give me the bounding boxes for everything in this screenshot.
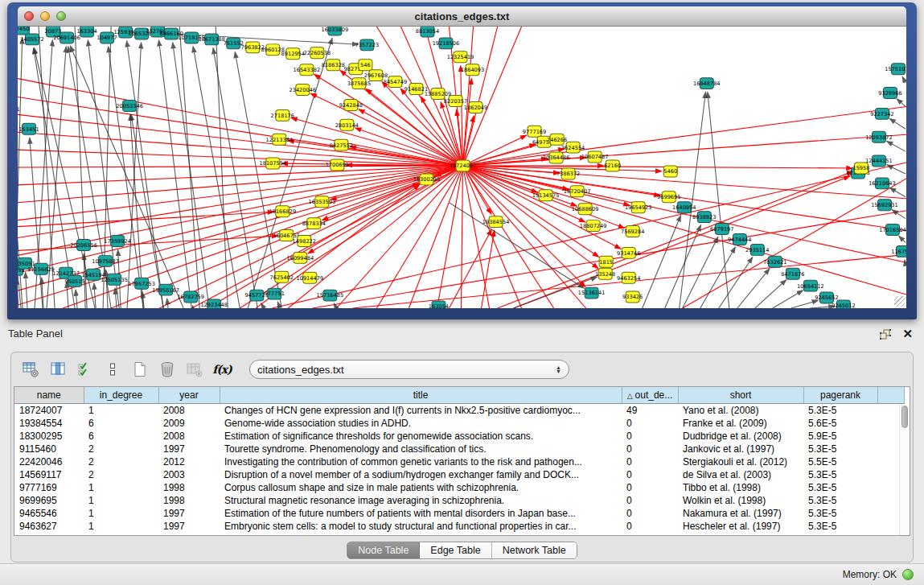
network-edge[interactable]: [461, 166, 462, 308]
column-header-in_degree[interactable]: in_degree: [84, 387, 158, 403]
column-header-out_degree[interactable]: △out_de...: [622, 387, 678, 403]
network-node[interactable]: 15692931: [871, 200, 898, 211]
network-node[interactable]: 23420046: [290, 84, 317, 96]
network-edge[interactable]: [887, 141, 906, 151]
table-cell[interactable]: Estimation of the future numbers of pati…: [220, 507, 622, 520]
network-node[interactable]: 163054: [429, 301, 449, 308]
column-header-pagerank[interactable]: pagerank: [803, 387, 877, 403]
network-edge[interactable]: [18, 166, 463, 237]
network-node[interactable]: 9463254: [617, 272, 640, 283]
table-cell[interactable]: 5.6E-5: [803, 417, 877, 430]
network-edge[interactable]: [463, 79, 472, 166]
network-edge[interactable]: [216, 27, 228, 308]
table-cell[interactable]: Estimation of significance thresholds fo…: [220, 430, 622, 443]
network-edge[interactable]: [755, 280, 786, 308]
function-builder-icon[interactable]: f(x): [211, 358, 233, 381]
table-cell[interactable]: 9777169: [14, 481, 84, 494]
table-row[interactable]: 977716911998Corpus callosum shape and si…: [14, 481, 904, 494]
network-node[interactable]: 1864093: [461, 64, 484, 76]
table-cell[interactable]: 0: [622, 507, 678, 520]
network-node[interactable]: 8938923: [692, 212, 716, 223]
network-edge[interactable]: [235, 52, 281, 308]
network-node[interactable]: 16033809: [322, 27, 349, 35]
network-edge[interactable]: [905, 260, 906, 265]
network-node[interactable]: 10914479: [297, 272, 324, 283]
delete-table-icon[interactable]: [156, 358, 179, 381]
table-cell[interactable]: 49: [622, 403, 678, 417]
table-cell[interactable]: 1: [84, 403, 158, 417]
network-node[interactable]: 2450: [18, 27, 30, 35]
network-edge[interactable]: [719, 257, 753, 308]
network-node[interactable]: 9474444: [728, 234, 751, 245]
network-canvas[interactable]: 2450208731405572206914061633041049771259…: [18, 27, 906, 308]
network-node[interactable]: 10654112: [797, 280, 824, 291]
network-edge[interactable]: [680, 92, 706, 308]
network-edge[interactable]: [261, 303, 265, 308]
network-node[interactable]: 546: [359, 60, 372, 71]
network-edge[interactable]: [127, 41, 164, 308]
network-node[interactable]: 16782759: [177, 291, 204, 303]
table-cell[interactable]: 5.3E-5: [803, 507, 877, 520]
network-node[interactable]: 15958: [852, 163, 869, 174]
table-cell[interactable]: Investigating the contribution of common…: [220, 455, 622, 468]
new-document-icon[interactable]: [129, 358, 151, 381]
table-cell[interactable]: 2: [84, 455, 158, 468]
network-node[interactable]: 15751074: [885, 64, 906, 75]
network-node[interactable]: 16543382: [294, 64, 321, 76]
table-cell[interactable]: 1: [84, 481, 158, 494]
network-edge[interactable]: [109, 47, 144, 308]
table-cell[interactable]: 5.9E-5: [803, 430, 877, 443]
table-cell[interactable]: 22420046: [14, 455, 84, 468]
float-panel-icon[interactable]: [879, 328, 892, 341]
table-cell[interactable]: 18724007: [14, 403, 84, 417]
table-cell[interactable]: 5.3E-5: [803, 520, 877, 533]
network-edge[interactable]: [167, 299, 169, 308]
scrollbar-thumb[interactable]: [901, 406, 908, 428]
table-cell[interactable]: 18300295: [14, 430, 84, 443]
table-cell[interactable]: 1998: [158, 481, 220, 494]
table-cell[interactable]: 5.3E-5: [803, 403, 877, 417]
table-row[interactable]: 969969511998Structural magnetic resonanc…: [14, 494, 904, 507]
table-cell[interactable]: 2009: [158, 417, 220, 430]
table-cell[interactable]: Genome-wide association studies in ADHD.: [220, 417, 622, 430]
network-edge[interactable]: [773, 290, 803, 308]
column-header-title[interactable]: title: [220, 387, 622, 403]
network-node[interactable]: 1167534: [891, 245, 906, 257]
table-cell[interactable]: 19384554: [14, 417, 84, 430]
network-node[interactable]: 10607487: [581, 151, 609, 163]
network-node[interactable]: 3875685: [347, 78, 371, 89]
table-cell[interactable]: 1998: [158, 494, 220, 507]
network-edge[interactable]: [355, 128, 463, 166]
network-node[interactable]: 12325419: [447, 51, 474, 63]
table-cell[interactable]: Structural magnetic resonance image aver…: [220, 494, 622, 507]
network-node[interactable]: 1815: [599, 256, 613, 267]
network-node[interactable]: 9227342: [870, 108, 893, 119]
network-node[interactable]: 3624554: [561, 142, 585, 153]
network-node[interactable]: 7625402: [270, 271, 294, 282]
show-columns-icon[interactable]: [47, 358, 69, 381]
column-header-year[interactable]: year: [158, 387, 220, 403]
table-cell[interactable]: 0: [622, 455, 678, 468]
network-node[interactable]: 9699695: [657, 192, 680, 203]
network-node[interactable]: 12093872: [865, 131, 893, 142]
column-header-short[interactable]: short: [678, 387, 803, 403]
table-cell[interactable]: 0: [622, 430, 678, 443]
resize-grip-icon[interactable]: [894, 296, 905, 307]
network-edge[interactable]: [248, 38, 332, 308]
table-cell[interactable]: 1997: [158, 443, 220, 455]
network-node[interactable]: 950515: [64, 275, 84, 286]
network-node[interactable]: 20053346: [116, 100, 143, 111]
network-node[interactable]: 8471876: [781, 268, 804, 279]
table-cell[interactable]: 9115460: [14, 443, 84, 455]
network-edge[interactable]: [887, 165, 906, 174]
column-header-name[interactable]: name: [14, 387, 84, 403]
table-cell[interactable]: 9463627: [14, 520, 84, 533]
network-edge[interactable]: [902, 76, 906, 82]
network-node[interactable]: 5460: [663, 166, 677, 177]
table-cell[interactable]: Corpus callosum shape and size in male p…: [220, 481, 622, 494]
network-edge[interactable]: [449, 203, 584, 288]
table-row[interactable]: 946554611997Estimation of the future num…: [14, 507, 904, 520]
network-edge[interactable]: [889, 118, 906, 129]
network-node[interactable]: 9245652: [815, 292, 838, 303]
network-edge[interactable]: [193, 306, 194, 308]
